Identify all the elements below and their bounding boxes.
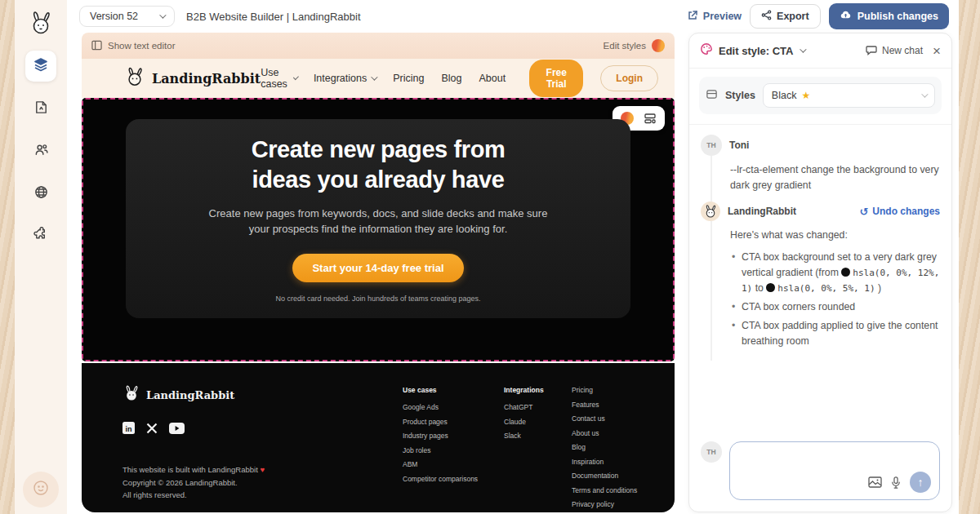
nav-blog[interactable]: Blog bbox=[441, 73, 461, 84]
smiley-icon bbox=[32, 479, 50, 500]
chat-input-box[interactable]: ↑ bbox=[729, 441, 940, 500]
footer-link[interactable]: Competitor comparisons bbox=[403, 475, 504, 483]
style-box-icon bbox=[706, 88, 718, 104]
footer-link[interactable]: Blog bbox=[572, 443, 662, 451]
puzzle-icon bbox=[33, 227, 49, 246]
right-texture-strip bbox=[959, 0, 980, 514]
footer-link[interactable]: Privacy policy bbox=[572, 500, 662, 508]
footer-col-use-cases: Use cases Google Ads Product pages Indus… bbox=[403, 386, 504, 514]
publish-changes-button[interactable]: Publish changes bbox=[829, 3, 949, 29]
footer-link[interactable]: About us bbox=[572, 429, 662, 437]
footer-link[interactable]: Pricing bbox=[572, 386, 662, 394]
site-brand-name: LandingRabbit bbox=[152, 71, 261, 86]
assistant-message: Here's what was changed: CTA box backgro… bbox=[710, 221, 940, 361]
footer-col-company: Pricing Features Contact us About us Blo… bbox=[572, 386, 662, 514]
close-icon[interactable]: × bbox=[933, 44, 941, 58]
nav-pricing[interactable]: Pricing bbox=[393, 73, 424, 84]
footer-col-integrations: Integrations ChatGPT Claude Slack bbox=[504, 386, 572, 514]
x-twitter-icon[interactable] bbox=[146, 423, 158, 434]
styles-label: Styles bbox=[725, 90, 755, 101]
footer-link[interactable]: ChatGPT bbox=[504, 403, 572, 411]
free-trial-button[interactable]: Free Trial bbox=[529, 60, 583, 97]
chevron-down-icon bbox=[159, 11, 166, 18]
send-button[interactable]: ↑ bbox=[910, 472, 931, 493]
cta-box: Create new pages from ideas you already … bbox=[126, 119, 630, 318]
login-button[interactable]: Login bbox=[600, 65, 658, 91]
microphone-button[interactable] bbox=[891, 476, 901, 489]
app-sidebar bbox=[15, 0, 67, 514]
feedback-button[interactable] bbox=[23, 472, 59, 507]
layers-icon bbox=[33, 56, 49, 76]
users-icon bbox=[33, 142, 49, 161]
color-swatch-near-black bbox=[766, 283, 775, 292]
footer-link[interactable]: Product pages bbox=[403, 418, 504, 426]
footer-link[interactable]: Documentation bbox=[572, 472, 662, 480]
chat-history: TH Toni --lr-cta-element change the back… bbox=[689, 124, 951, 432]
user-name: Toni bbox=[729, 140, 749, 151]
footer-link[interactable]: ABM bbox=[403, 460, 504, 468]
chevron-down-icon[interactable] bbox=[800, 46, 806, 52]
change-item-background: CTA box background set to a very dark gr… bbox=[730, 250, 940, 296]
edit-styles-button[interactable]: Edit styles bbox=[604, 39, 665, 52]
footer-link[interactable]: Job roles bbox=[403, 446, 504, 454]
attach-image-button[interactable] bbox=[868, 476, 882, 488]
assistant-name: LandingRabbit bbox=[728, 206, 796, 217]
element-layout-button[interactable] bbox=[644, 112, 657, 125]
footer-link[interactable]: Contact us bbox=[572, 414, 662, 423]
assistant-avatar bbox=[701, 202, 720, 221]
style-value: Black bbox=[772, 90, 797, 101]
sidebar-item-layers[interactable] bbox=[25, 51, 56, 82]
document-title: B2B Website Builder | LandingRabbit bbox=[186, 11, 360, 23]
site-brand[interactable]: LandingRabbit bbox=[124, 66, 261, 91]
styles-row: Styles Black ★ bbox=[699, 77, 942, 114]
style-select[interactable]: Black ★ bbox=[763, 83, 935, 108]
footer-link[interactable]: Inspiration bbox=[572, 458, 662, 466]
sidebar-item-pages[interactable] bbox=[25, 93, 56, 124]
show-text-editor-button[interactable]: Show text editor bbox=[91, 40, 175, 52]
new-chat-button[interactable]: New chat bbox=[866, 44, 923, 58]
user-avatar: TH bbox=[701, 441, 722, 463]
pages-icon bbox=[33, 100, 49, 118]
svg-text:in: in bbox=[126, 425, 132, 433]
undo-changes-button[interactable]: ↺ Undo changes bbox=[859, 206, 940, 218]
chevron-down-icon bbox=[371, 73, 377, 80]
linkedin-icon[interactable]: in bbox=[122, 422, 135, 434]
undo-icon: ↺ bbox=[859, 206, 868, 218]
youtube-icon[interactable] bbox=[169, 423, 185, 434]
chevron-down-icon bbox=[293, 74, 299, 80]
chat-bubble-icon bbox=[866, 44, 877, 58]
preview-button[interactable]: Preview bbox=[687, 10, 742, 24]
version-dropdown[interactable]: Version 52 bbox=[79, 6, 175, 27]
cta-trial-button[interactable]: Start your 14-day free trial bbox=[292, 254, 463, 282]
footer-link[interactable]: Slack bbox=[504, 432, 572, 440]
nav-use-cases[interactable]: Use cases bbox=[261, 67, 296, 90]
sidebar-item-domains[interactable] bbox=[25, 178, 56, 209]
cta-heading: Create new pages from ideas you already … bbox=[252, 135, 506, 194]
canvas-toolbar: Show text editor Edit styles bbox=[82, 33, 675, 59]
sidebar-item-users[interactable] bbox=[25, 135, 56, 166]
color-swatch-dark-grey bbox=[841, 268, 850, 277]
nav-about[interactable]: About bbox=[479, 73, 506, 84]
left-texture-strip bbox=[0, 0, 15, 514]
footer-link[interactable]: Claude bbox=[504, 418, 572, 426]
footer-link[interactable]: Features bbox=[572, 401, 662, 409]
nav-integrations[interactable]: Integrations bbox=[314, 73, 376, 84]
site-footer: LandingRabbit in Use cases Google Ads Pr… bbox=[82, 363, 675, 512]
footer-link[interactable]: Google Ads bbox=[403, 403, 504, 411]
chevron-down-icon bbox=[921, 91, 928, 97]
share-icon bbox=[761, 10, 772, 23]
panel-title: Edit style: CTA bbox=[719, 45, 794, 57]
export-button[interactable]: Export bbox=[750, 4, 821, 29]
app-logo-rabbit bbox=[24, 7, 57, 39]
sidebar-item-integrations[interactable] bbox=[25, 220, 56, 251]
footer-link[interactable]: Industry pages bbox=[403, 432, 504, 440]
site-logo-rabbit bbox=[124, 66, 145, 91]
heart-icon: ♥ bbox=[260, 465, 265, 474]
external-link-icon bbox=[687, 10, 698, 24]
version-label: Version 52 bbox=[90, 11, 138, 22]
change-item-corners: CTA box corners rounded bbox=[730, 299, 940, 315]
site-navbar: LandingRabbit Use cases Integrations Pri… bbox=[82, 59, 675, 98]
cta-section-selected[interactable]: Create new pages from ideas you already … bbox=[82, 98, 675, 361]
theme-gradient-icon bbox=[652, 39, 665, 52]
footer-link[interactable]: Terms and conditions bbox=[572, 486, 662, 494]
